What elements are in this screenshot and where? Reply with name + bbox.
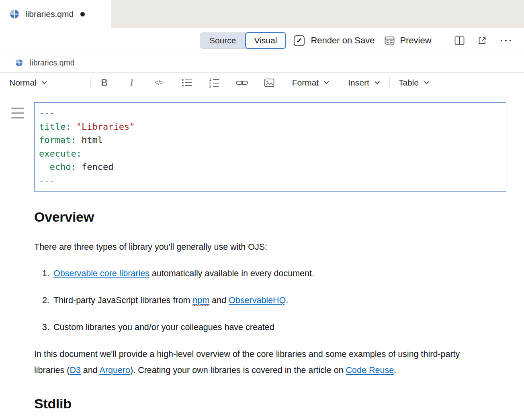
render-on-save-checkbox[interactable]: ✓ [294,35,305,46]
list-item-text: Custom libraries you and/or your colleag… [53,319,274,335]
paragraph-style-dropdown[interactable]: Normal [9,78,46,88]
more-actions-button[interactable] [500,39,512,42]
yaml-token: --- [39,175,55,186]
insert-dropdown[interactable]: Insert [339,78,389,88]
list-marker: 1. [42,265,53,281]
closing-paragraph: In this document we'll provide a high-le… [34,346,492,378]
yaml-token: html [82,135,103,145]
split-editor-button[interactable] [454,36,465,45]
window-actions [454,36,512,45]
editor-toolbar: Source Visual ✓ Render on Save Preview [0,28,524,53]
tab-title: libraries.qmd [25,9,74,19]
quarto-file-icon [15,59,23,67]
quarto-logo-icon [10,9,19,19]
paragraph-style-label: Normal [9,78,37,88]
yaml-token: : [66,122,76,132]
render-on-save-control[interactable]: ✓ Render on Save [294,35,375,46]
preview-icon [385,36,395,45]
yaml-token: echo [50,162,71,172]
intro-paragraph: There are three types of library you'll … [34,239,492,255]
code-icon: </> [155,79,164,86]
italic-button[interactable]: I [118,75,145,91]
text-run: and [209,296,229,305]
yaml-token: : [71,135,82,145]
heading-stdlib: Stdlib [34,395,492,412]
preview-button[interactable]: Preview [385,35,431,46]
ordered-list-icon: 1 2 3 [209,77,220,88]
chevron-down-icon [424,79,429,84]
bold-icon: B [101,77,108,88]
tab-libraries-qmd[interactable]: libraries.qmd [0,0,111,28]
source-mode-button[interactable]: Source [200,33,246,49]
text-run: Custom libraries you and/or your colleag… [53,322,274,332]
breadcrumb-filename[interactable]: libraries.qmd [30,58,75,67]
yaml-metadata-block[interactable]: ---title: "Libraries"format: htmlexecute… [34,102,506,192]
chevron-down-icon [375,79,380,84]
ordered-list-item: 3.Custom libraries you and/or your colle… [34,319,492,335]
breadcrumb: libraries.qmd [0,53,524,73]
chevron-down-icon [324,79,329,84]
chevron-down-icon [42,79,47,84]
text-run: automatically available in every documen… [149,269,314,278]
ordered-list: 1.Observable core libraries automaticall… [34,265,492,335]
yaml-token: : [71,162,82,172]
render-on-save-label: Render on Save [311,35,375,46]
mode-toggle: Source Visual [200,33,286,49]
yaml-line: title: "Libraries" [39,120,502,134]
text-run: . [394,365,396,375]
text-run: Third-party JavaScript libraries from [53,296,192,305]
bullet-list-icon [181,78,192,87]
svg-text:3: 3 [209,85,211,88]
list-item-text: Third-party JavaScript libraries from np… [53,292,288,308]
quarto-editor-window: libraries.qmd Source Visual ✓ Render on … [0,0,524,412]
code-button[interactable]: </> [145,75,173,91]
image-button[interactable] [256,75,283,91]
table-dropdown[interactable]: Table [390,78,439,88]
yaml-token: title [39,122,66,132]
ordered-list-item: 2.Third-party JavaScript libraries from … [34,292,492,308]
link-button[interactable] [228,75,256,91]
list-marker: 2. [42,292,53,308]
format-toolbar: Normal B I </> 1 [0,73,524,93]
ordered-list-button[interactable]: 1 2 3 [201,75,228,91]
yaml-line: --- [39,106,502,120]
ordered-list-item: 1.Observable core libraries automaticall… [34,265,492,281]
yaml-token: : [76,149,82,159]
yaml-token: fenced [82,162,113,172]
yaml-token [39,162,50,172]
link-icon [236,79,248,86]
italic-icon: I [130,77,133,88]
list-marker: 3. [42,319,53,335]
yaml-line: format: html [39,133,502,147]
yaml-line: execute: [39,147,502,161]
modified-indicator-icon [80,12,85,16]
checkmark-icon: ✓ [296,37,302,44]
block-menu-icon[interactable] [11,108,24,118]
inline-link[interactable]: Code Reuse [346,365,394,375]
visual-mode-button[interactable]: Visual [245,32,287,49]
heading-overview: Overview [34,208,492,225]
table-dropdown-label: Table [399,78,419,88]
format-dropdown[interactable]: Format [283,78,339,88]
yaml-line: echo: fenced [39,160,502,174]
visual-editor-canvas[interactable]: ---title: "Libraries"format: htmlexecute… [0,93,524,412]
yaml-token: execute [39,149,76,159]
bold-button[interactable]: B [91,75,118,91]
bullet-list-button[interactable] [173,75,201,91]
list-item-text: Observable core libraries automatically … [53,265,314,281]
inline-link[interactable]: ObservableHQ [229,296,286,305]
text-run: ). Creating your own libraries is covere… [130,365,346,375]
preview-label: Preview [400,35,431,46]
open-external-button[interactable] [477,36,487,45]
text-run: and [81,365,100,375]
inline-link[interactable]: Arquero [100,365,131,375]
insert-dropdown-label: Insert [348,78,369,88]
yaml-line: --- [39,174,502,188]
format-dropdown-label: Format [292,78,319,88]
image-icon [264,78,274,87]
yaml-token: "Libraries" [76,122,135,132]
inline-link[interactable]: Observable core libraries [53,269,149,278]
tab-bar: libraries.qmd [0,0,524,28]
inline-link[interactable]: npm [192,296,209,306]
inline-link[interactable]: D3 [70,365,80,375]
